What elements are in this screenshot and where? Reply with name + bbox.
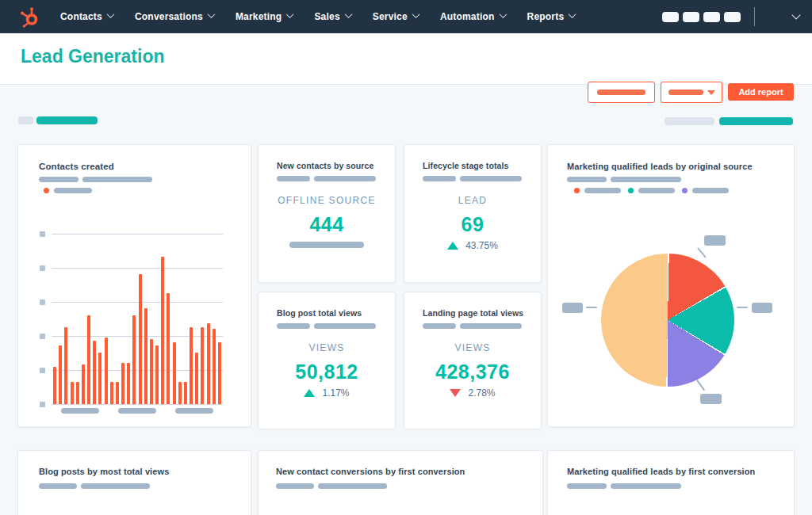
y-tick-placeholder [40,265,45,271]
pie-data-label-placeholder [700,394,722,404]
bar [110,382,113,404]
nav-item-contacts[interactable]: Contacts [60,11,113,22]
bar [155,345,159,404]
nav-item-conversations[interactable]: Conversations [135,11,214,22]
card-subtitle-placeholder [423,323,522,329]
nav-item-automation[interactable]: Automation [440,11,506,22]
card-title: Marketing qualified leads by original so… [567,162,753,171]
bar [161,257,164,404]
gridline [52,404,223,405]
card-title: Contacts created [39,162,114,171]
top-navigation-bar: ContactsConversationsMarketingSalesServi… [0,0,812,33]
bar [184,382,187,404]
card-contacts-created: Contacts created [17,144,251,427]
bar [93,341,96,404]
nav-item-sales[interactable]: Sales [314,11,350,22]
card-mql-by-original-source: Marketing qualified leads by original so… [547,144,795,427]
bar [53,367,56,404]
card-subtitle-placeholder [423,176,522,181]
metric-value: 428,376 [404,360,541,383]
card-title: Lifecycle stage totals [423,161,508,170]
delta-direction-icon [304,389,315,397]
bar [121,363,124,404]
card-new-contacts-by-source: New contacts by source OFFLINE SOURCE 44… [258,144,396,283]
pie-data-label-placeholder [752,303,772,313]
metric-value: 50,812 [259,360,395,383]
nav-icon-placeholder-1[interactable] [662,12,679,22]
pie-leader-line [737,307,748,308]
pie-data-label-placeholder [704,235,726,246]
card-title: Landing page total views [423,308,523,318]
legend-label-placeholder [692,188,729,193]
bar [76,382,79,404]
bar [144,308,147,404]
subheader-placeholder-teal-left [36,116,98,124]
pie-leader-line [586,307,597,308]
metric-label: OFFLINE SOURCE [259,195,395,206]
page-header: Lead Generation Add report [0,33,812,85]
metric-delta: 1.17% [259,387,395,399]
card-landing-page-total-views: Landing page total views VIEWS 428,376 2… [404,292,542,429]
lead-generation-dashboard: ContactsConversationsMarketingSalesServi… [0,0,812,515]
bar [116,382,119,404]
legend-item-2 [628,188,675,193]
bar [201,327,204,404]
nav-item-service[interactable]: Service [373,11,419,22]
bar-chart-legend [44,188,92,193]
subheader-placeholder-gray-right [665,117,714,125]
bar [190,327,193,404]
legend-label-placeholder [584,188,621,193]
gridline [52,234,223,235]
chevron-down-icon [499,10,507,18]
pie-leader-line [697,247,707,258]
metric-delta: 2.78% [404,387,541,399]
header-dropdown-button[interactable] [661,82,722,103]
card-new-contact-conversions: New contact conversions by first convers… [258,450,543,515]
metric-delta: 43.75% [404,240,541,251]
bar [59,345,62,404]
header-action-button-1[interactable] [588,82,655,103]
chevron-down-icon [569,10,576,18]
bar [218,342,221,404]
bar [195,353,198,404]
account-chevron-down-icon[interactable] [791,10,800,19]
nav-divider [754,7,755,26]
legend-label-placeholder [54,188,92,193]
hubspot-logo-icon[interactable] [19,6,40,28]
bar [132,315,136,404]
card-lifecycle-stage-totals: Lifecycle stage totals LEAD 69 43.75% [404,144,542,283]
nav-icon-placeholder-3[interactable] [703,12,720,22]
card-subtitle-placeholder [277,176,376,181]
bar [64,327,67,404]
button-label-placeholder [668,90,703,95]
metric-value: 69 [404,213,541,236]
nav-menu: ContactsConversationsMarketingSalesServi… [60,11,575,22]
chevron-down-icon [207,10,215,18]
nav-icon-placeholder-2[interactable] [683,12,699,22]
bar [127,363,130,404]
y-tick-placeholder [40,368,45,373]
y-tick-placeholder [40,231,45,237]
nav-icon-placeholder-4[interactable] [724,12,741,22]
bar [213,329,216,404]
card-blog-posts-by-most-total-views: Blog posts by most total views [17,450,251,515]
nav-item-reports[interactable]: Reports [527,11,576,22]
card-subtitle-placeholder [567,177,681,182]
card-title: Blog post total views [277,308,362,318]
card-subtitle-placeholder [39,483,150,489]
subheader-placeholder-small [18,116,33,124]
delta-direction-icon [450,389,461,397]
delta-value: 43.75% [465,240,498,251]
legend-dot [628,188,634,193]
y-tick-placeholder [40,402,45,407]
card-blog-post-total-views: Blog post total views VIEWS 50,812 1.17% [258,292,396,429]
add-report-button[interactable]: Add report [728,83,794,101]
legend-item-3 [682,188,729,193]
card-subtitle-placeholder [567,483,681,489]
metric-value: 444 [259,213,395,236]
y-tick-placeholder [40,334,45,339]
legend-label-placeholder [638,188,675,193]
nav-item-marketing[interactable]: Marketing [236,11,293,22]
subheader-placeholder-teal-right [719,117,793,125]
bar [207,323,210,404]
